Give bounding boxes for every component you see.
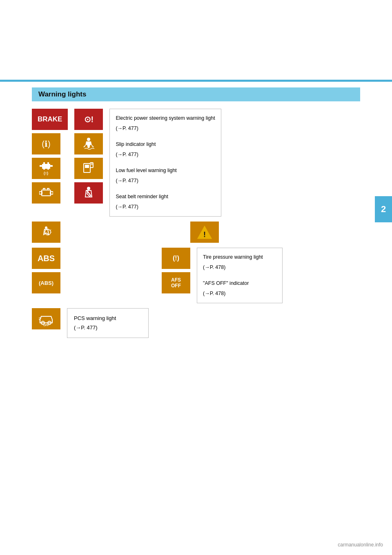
airbag-icon	[32, 222, 60, 243]
brake-icon: BRAKE	[32, 109, 68, 130]
svg-point-18	[45, 226, 47, 229]
hybrid-warning-row: (ℹ)	[32, 133, 68, 154]
section-header-title: Warning lights	[38, 90, 86, 98]
eps-icon: ⊙!	[74, 109, 103, 130]
fuel-svg	[82, 161, 95, 176]
eps-row: ⊙!	[74, 109, 103, 130]
svg-rect-7	[42, 190, 51, 196]
svg-text:OFF: OFF	[43, 324, 49, 326]
seatbelt-desc: Seat belt reminder light (→P. 477)	[116, 192, 215, 212]
section-number-tab: 2	[375, 196, 392, 222]
fuel-row	[74, 158, 103, 179]
abs-icon: ABS	[32, 248, 60, 269]
svg-rect-3	[43, 162, 45, 164]
hybrid-warning-icon: (ℹ)	[32, 133, 60, 154]
right-icons-col: ⊙!	[74, 109, 103, 204]
svg-rect-1	[40, 165, 42, 167]
row-group-3: ABS (ABS) (!) A	[32, 248, 360, 303]
engine-icon-row	[32, 182, 68, 204]
brake-icon-row: BRAKE	[32, 109, 68, 130]
right-desc-panel-2: Tire pressure warning light (→P. 478) "A…	[197, 248, 283, 303]
section-header-container: Warning lights	[32, 87, 360, 101]
pcs-svg: OFF	[38, 311, 54, 326]
svg-line-21	[50, 230, 51, 231]
abs-col: ABS (ABS)	[32, 248, 60, 293]
seatbelt-row	[74, 182, 103, 204]
pcs-desc-box: PCS warning light (→P. 477)	[67, 308, 149, 338]
warning-triangle-svg: !	[196, 224, 214, 240]
seatbelt-svg	[81, 186, 96, 200]
eps-desc: Electric power steering system warning l…	[116, 113, 215, 134]
svg-text:!: !	[203, 231, 206, 239]
main-content: BRAKE (ℹ)	[32, 109, 360, 338]
abs-circle-icon: (ABS)	[32, 272, 60, 293]
left-icons-col: BRAKE (ℹ)	[32, 109, 68, 204]
row-group-2: !	[32, 222, 360, 243]
engine-outline-svg	[39, 188, 53, 198]
tire-pressure-icon: (!)	[162, 248, 190, 269]
watermark: carmanualonline.info	[338, 542, 383, 548]
afs-off-row: AFS OFF	[162, 272, 190, 293]
row-group-4: OFF PCS warning light (→P. 477)	[32, 308, 360, 338]
right-warning-col: (!) AFS OFF	[162, 248, 190, 293]
svg-rect-11	[47, 188, 49, 190]
check-icon-row: (!)	[32, 158, 68, 179]
engine-svg	[40, 161, 53, 170]
page: Warning lights BRAKE (ℹ)	[0, 0, 392, 555]
fuel-icon	[74, 158, 103, 179]
engine-outline-icon	[32, 182, 60, 204]
slip-icon	[74, 133, 103, 154]
svg-rect-2	[50, 165, 53, 167]
afs-off-desc: "AFS OFF" indicator (→P. 478)	[203, 278, 276, 299]
airbag-svg	[39, 225, 53, 239]
slip-desc: Slip indicator light (→P. 477)	[116, 139, 215, 160]
svg-point-12	[87, 138, 90, 141]
afs-off-icon: AFS OFF	[162, 272, 190, 293]
slip-svg	[81, 137, 96, 151]
right-desc-panel: Electric power steering system warning l…	[109, 109, 221, 217]
tire-pressure-row: (!)	[162, 248, 190, 269]
svg-rect-10	[43, 188, 45, 190]
master-warning-icon: !	[190, 222, 219, 243]
slip-row	[74, 133, 103, 154]
section-header-bg: Warning lights	[32, 87, 360, 101]
check-icon: (!)	[32, 158, 60, 179]
top-blue-bar	[0, 80, 392, 81]
svg-rect-5	[43, 168, 45, 170]
seatbelt-icon	[74, 182, 103, 204]
pcs-icon: OFF	[32, 308, 60, 329]
svg-rect-4	[47, 162, 49, 164]
row-group-1: BRAKE (ℹ)	[32, 109, 360, 217]
svg-rect-6	[47, 168, 49, 170]
top-decorative-area	[0, 0, 392, 82]
tire-pressure-desc: Tire pressure warning light (→P. 478)	[203, 252, 276, 273]
svg-rect-14	[85, 165, 89, 168]
fuel-desc: Low fuel level warning light (→P. 477)	[116, 166, 215, 186]
